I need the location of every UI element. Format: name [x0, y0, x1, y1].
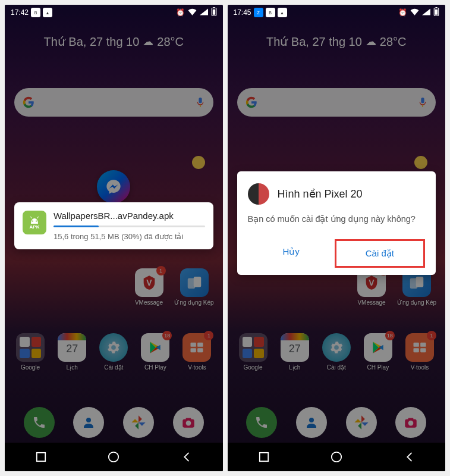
notif-icon-2: B [266, 8, 275, 17]
download-filename: WallpapersBR...avPandey.apk [54, 211, 205, 221]
dialog-app-icon [248, 183, 269, 205]
status-time: 17:42 [11, 8, 29, 17]
alarm-icon: ⏰ [398, 8, 407, 17]
nav-recent[interactable] [257, 450, 270, 464]
status-time: 17:45 [234, 8, 251, 17]
signal-icon [422, 8, 430, 17]
nav-bar [5, 443, 223, 471]
wifi-icon [188, 8, 197, 17]
wifi-icon [410, 8, 419, 17]
svg-line-8 [37, 217, 39, 218]
nav-home[interactable] [107, 450, 120, 464]
dialog-message: Bạn có muốn cài đặt ứng dụng này không? [248, 213, 426, 226]
status-bar: 17:45 Z B ▲ ⏰ [228, 5, 446, 20]
svg-rect-20 [37, 453, 45, 461]
svg-point-6 [36, 220, 37, 221]
dialog-title: Hình nền Pixel 20 [278, 187, 363, 201]
apk-icon: APK [23, 211, 46, 234]
svg-point-39 [332, 452, 341, 462]
progress-fill [54, 226, 99, 227]
install-button[interactable]: Cài đặt [335, 239, 425, 268]
notif-icon-3: ▲ [278, 8, 287, 17]
svg-rect-2 [212, 10, 215, 15]
install-dialog: Hình nền Pixel 20 Bạn có muốn cài đặt ứn… [237, 171, 436, 275]
status-bar: 17:42 B ▲ ⏰ [5, 5, 223, 20]
svg-point-21 [109, 452, 118, 462]
svg-line-7 [30, 217, 32, 218]
phone-right: 17:45 Z B ▲ ⏰ Thứ Ba, 27 thg 10 ☁ 28°C [228, 5, 446, 471]
phone-left: 17:42 B ▲ ⏰ Thứ Ba, 27 thg 10 ☁ 28°C [5, 5, 223, 471]
alarm-icon: ⏰ [176, 8, 185, 17]
notif-icon-2: ▲ [43, 8, 52, 17]
notif-icon: B [31, 8, 40, 17]
svg-rect-38 [259, 453, 268, 461]
battery-icon [211, 7, 217, 18]
cancel-button[interactable]: Hủy [248, 239, 335, 268]
nav-back[interactable] [402, 450, 416, 464]
svg-point-5 [32, 220, 33, 221]
battery-icon [433, 7, 439, 18]
progress-bar [54, 226, 205, 227]
nav-home[interactable] [330, 450, 343, 464]
download-notification[interactable]: APK WallpapersBR...avPandey.apk 15,6 tro… [14, 202, 213, 249]
svg-rect-24 [435, 10, 438, 15]
nav-back[interactable] [180, 450, 193, 464]
signal-icon [200, 8, 208, 17]
nav-bar [228, 443, 446, 471]
notif-icon: Z [254, 8, 263, 17]
nav-recent[interactable] [34, 450, 48, 464]
download-status: 15,6 trong 51,5 MB (30%) đã được tải [54, 232, 205, 241]
